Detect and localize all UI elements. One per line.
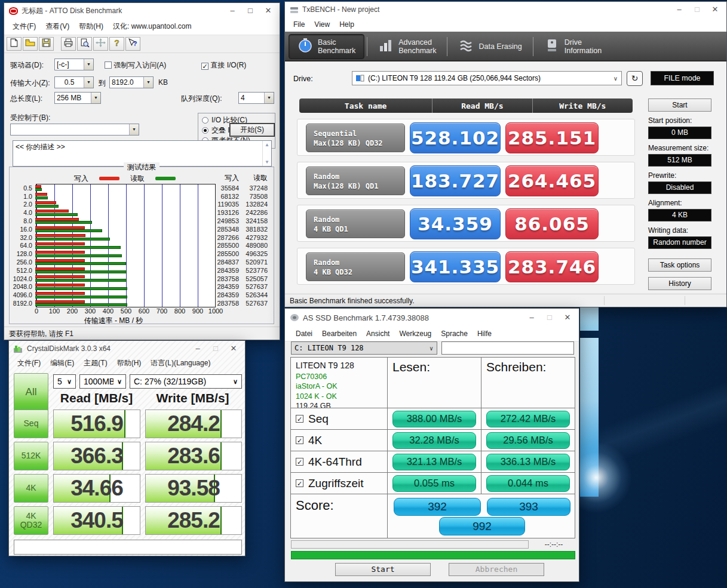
cdm-titlebar[interactable]: CrystalDiskMark 3.0.3 x64 – □ ✕: [9, 341, 245, 356]
atto-titlebar[interactable]: 无标题 - ATTO Disk Benchmark – □ ✕: [4, 3, 280, 19]
close-icon[interactable]: ✕: [225, 341, 243, 356]
atto-menu-item-0[interactable]: 文件(F): [8, 20, 41, 33]
start-button[interactable]: Start: [335, 563, 431, 576]
txbench-titlebar[interactable]: TxBENCH - New project – □ ✕: [285, 2, 726, 17]
drive-select[interactable]: (C:) LITEON T9 128 119.24 GB (250,066,94…: [352, 71, 622, 85]
side-field-value[interactable]: Random number: [648, 236, 711, 249]
chevron-down-icon[interactable]: ▼: [91, 93, 100, 103]
maximize-icon[interactable]: □: [241, 4, 259, 18]
chevron-down-icon[interactable]: ▼: [84, 59, 93, 70]
open-folder-button[interactable]: [23, 37, 38, 51]
start-button[interactable]: Start: [648, 98, 711, 112]
x-tick-label: 800: [174, 307, 185, 315]
force-write-checkbox-box[interactable]: [105, 61, 112, 69]
cancel-button[interactable]: Abbrechen: [449, 563, 544, 576]
radio-selected-icon[interactable]: [202, 127, 208, 134]
minimize-icon[interactable]: –: [189, 341, 207, 356]
atto-menu-item-3[interactable]: 汉化: www.upantool.com: [108, 20, 196, 33]
asssd-menu-item-4[interactable]: Sprache: [436, 328, 473, 340]
chevron-down-icon[interactable]: ▼: [264, 93, 274, 103]
tab-basic-benchmark[interactable]: BasicBenchmark: [289, 34, 364, 59]
chart-row: 1024.0283758525057: [12, 275, 271, 283]
test-count-select[interactable]: 5∨: [53, 374, 76, 389]
chevron-down-icon[interactable]: ▼: [129, 124, 139, 135]
tab-data-erasing[interactable]: Data Erasing: [450, 34, 530, 59]
side-field-value[interactable]: 0 MB: [648, 127, 711, 139]
text-input[interactable]: [441, 341, 574, 355]
target-drive-select[interactable]: C: 27% (32/119GB)∨: [130, 374, 242, 389]
print-preview-button[interactable]: [77, 37, 92, 51]
move-button[interactable]: [93, 37, 108, 51]
direct-io-checkbox[interactable]: ✓ 直接 I/O(R): [201, 60, 246, 70]
chevron-down-icon[interactable]: ▼: [143, 77, 153, 88]
test-button-4k[interactable]: 4K: [14, 474, 48, 503]
radio-icon[interactable]: [202, 117, 208, 124]
cdm-menu-item-0[interactable]: 文件(F): [13, 356, 45, 370]
atto-menu-item-2[interactable]: 帮助(H): [74, 20, 108, 33]
checkbox-checked-icon[interactable]: ✓: [296, 436, 303, 444]
close-icon[interactable]: ✕: [706, 2, 724, 17]
asssd-menu-item-5[interactable]: Hilfe: [473, 328, 496, 340]
save-button[interactable]: [39, 37, 54, 51]
tab-advanced-benchmark[interactable]: AdvancedBenchmark: [370, 34, 444, 59]
asssd-menu-item-3[interactable]: Werkzeug: [394, 328, 436, 340]
checkbox-checked-icon[interactable]: ✓: [296, 479, 303, 487]
asssd-menu-item-1[interactable]: Bearbeiten: [317, 328, 361, 340]
chevron-down-icon[interactable]: ∨: [63, 378, 75, 386]
close-icon[interactable]: ✕: [259, 4, 277, 18]
chevron-down-icon[interactable]: ▼: [84, 77, 93, 88]
maximize-icon[interactable]: □: [688, 2, 706, 17]
txbench-menu-item-2[interactable]: Help: [335, 19, 359, 30]
transfer-to-select[interactable]: 8192.0▼: [109, 76, 154, 88]
chevron-down-icon[interactable]: ∨: [114, 378, 125, 386]
txbench-menu-item-1[interactable]: View: [309, 19, 335, 30]
minimize-icon[interactable]: –: [223, 4, 241, 18]
scrollbar[interactable]: ▲▼: [262, 141, 271, 166]
test-button-seq[interactable]: Seq: [14, 410, 48, 438]
help-button[interactable]: ?: [109, 37, 124, 51]
maximize-icon[interactable]: □: [207, 341, 225, 356]
chevron-down-icon[interactable]: ∨: [426, 345, 437, 352]
txbench-menu-item-0[interactable]: File: [289, 19, 309, 30]
comment-input[interactable]: [14, 540, 242, 555]
asssd-menu-item-2[interactable]: Ansicht: [361, 328, 394, 340]
context-help-button[interactable]: ?: [125, 37, 140, 51]
new-file-button[interactable]: [7, 37, 22, 51]
close-icon[interactable]: ✕: [559, 310, 576, 325]
cdm-menu-item-3[interactable]: 帮助(H): [112, 356, 146, 370]
minimize-icon[interactable]: –: [670, 2, 688, 17]
drive-select[interactable]: C: LITEON T9 128∨: [291, 341, 437, 355]
controlled-by-select[interactable]: ▼: [10, 124, 139, 136]
test-size-select[interactable]: 1000MB∨: [79, 374, 126, 389]
drive-select[interactable]: [-c-]▼: [54, 59, 94, 70]
print-button[interactable]: [61, 37, 76, 51]
all-tests-button[interactable]: All: [14, 373, 48, 411]
transfer-from-select[interactable]: 0.5▼: [54, 76, 94, 88]
start-button[interactable]: 开始(S): [230, 124, 274, 136]
checkbox-checked-icon[interactable]: ✓: [296, 458, 303, 466]
refresh-button[interactable]: ↻: [627, 71, 643, 86]
test-button-512k[interactable]: 512K: [14, 442, 48, 470]
chevron-down-icon[interactable]: ∨: [613, 75, 618, 82]
side-field-value[interactable]: 4 KB: [648, 209, 711, 221]
chevron-down-icon[interactable]: ∨: [229, 378, 241, 386]
history-button[interactable]: History: [648, 277, 711, 290]
total-length-select[interactable]: 256 MB▼: [54, 92, 101, 104]
asssd-menu-item-0[interactable]: Datei: [291, 328, 317, 340]
side-field-value[interactable]: Disabled: [648, 181, 711, 194]
atto-menu-item-1[interactable]: 查看(V): [41, 20, 74, 33]
minimize-icon[interactable]: –: [523, 310, 541, 325]
force-write-checkbox[interactable]: 强制写入访问(A): [105, 60, 166, 70]
side-field-value[interactable]: 512 MB: [648, 154, 711, 167]
queue-depth-select[interactable]: 4▼: [238, 92, 274, 104]
task-options-button[interactable]: Task options: [648, 258, 711, 272]
direct-io-checkbox-box[interactable]: ✓: [201, 63, 208, 70]
checkbox-checked-icon[interactable]: ✓: [296, 415, 303, 423]
asssd-titlebar[interactable]: AS SSD Benchmark 1.7.4739.38088 – □ ✕: [285, 309, 579, 327]
cdm-menu-item-4[interactable]: 语言(L)(Language): [146, 356, 215, 370]
test-button-4k-qd32[interactable]: 4K QD32: [14, 506, 48, 535]
maximize-icon[interactable]: □: [541, 310, 559, 325]
tab-drive-information[interactable]: DriveInformation: [536, 34, 611, 59]
cdm-menu-item-1[interactable]: 编辑(E): [45, 356, 79, 370]
cdm-menu-item-2[interactable]: 主题(T): [79, 356, 112, 370]
